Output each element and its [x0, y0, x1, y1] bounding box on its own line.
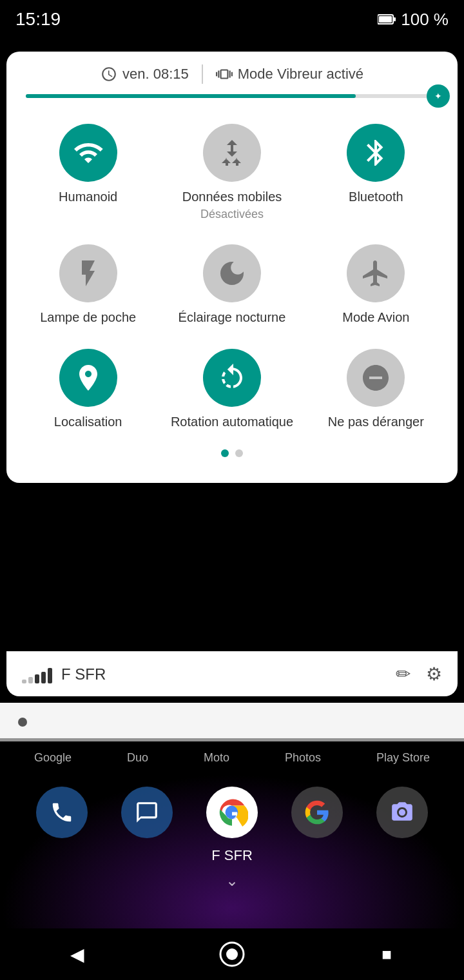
settings-button[interactable]: ⚙: [426, 663, 442, 685]
vibrate-label: Mode Vibreur activé: [238, 66, 363, 83]
home-button[interactable]: [213, 935, 251, 974]
alarm-time: ven. 08:15: [122, 66, 189, 83]
status-right: 100 %: [378, 10, 449, 30]
alarm-info[interactable]: ven. 08:15: [101, 66, 189, 83]
mobile-data-icon-circle: [203, 124, 261, 182]
night-mode-icon-circle: [203, 244, 261, 302]
divider: [202, 64, 203, 84]
app-chrome[interactable]: [206, 787, 258, 838]
tile-mobile-label: Données mobiles: [182, 188, 282, 205]
tile-rotation-label: Rotation automatique: [171, 413, 293, 430]
carrier-right: ✏ ⚙: [396, 663, 442, 685]
tile-rotation[interactable]: Rotation automatique: [163, 338, 300, 436]
vibrate-icon: [216, 66, 233, 83]
sig-bar-4: [41, 672, 46, 683]
tile-mobile-data[interactable]: Données mobiles Désactivées: [163, 113, 300, 228]
sig-bar-1: [22, 680, 26, 683]
home-icon: [219, 941, 245, 967]
home-carrier-label: F SFR: [211, 847, 253, 864]
dock-app-duo: Duo: [127, 751, 148, 765]
airplane-icon: [360, 258, 391, 289]
tiles-grid: Humanoid Données mobiles Désactivées Blu…: [19, 113, 445, 436]
rotation-icon: [217, 362, 247, 393]
tile-wifi-label: Humanoid: [59, 188, 117, 205]
wifi-icon-circle: [59, 124, 117, 182]
dock-app-google: Google: [34, 751, 72, 765]
brightness-track[interactable]: [26, 94, 438, 98]
signal-bars: [22, 665, 52, 683]
google-icon: [304, 799, 330, 825]
quick-settings-panel: ven. 08:15 Mode Vibreur activé Humanoid: [6, 52, 458, 483]
chrome-icon-circle: [206, 787, 258, 838]
dock-app-moto: Moto: [204, 751, 229, 765]
messages-icon-circle: [121, 787, 173, 838]
page-dot-1[interactable]: [221, 449, 229, 457]
camera-icon-circle: [376, 787, 428, 838]
qs-top-bar: ven. 08:15 Mode Vibreur activé: [19, 64, 445, 84]
tile-mobile-sublabel: Désactivées: [200, 208, 264, 221]
mobile-data-icon: [217, 137, 247, 168]
brightness-thumb[interactable]: [427, 84, 450, 108]
status-bar: 15:19 100 %: [0, 0, 464, 39]
recents-icon: ■: [382, 945, 392, 965]
sig-bar-5: [48, 668, 52, 683]
dock-app-playstore: Play Store: [376, 751, 430, 765]
app-google[interactable]: [291, 787, 343, 838]
tile-airplane[interactable]: Mode Avion: [307, 234, 445, 332]
app-icons-row: [0, 774, 464, 845]
edit-button[interactable]: ✏: [396, 663, 411, 685]
tile-night-mode-label: Éclairage nocturne: [179, 309, 286, 326]
page-dots: [19, 449, 445, 457]
dnd-icon-circle: [347, 349, 405, 407]
tile-wifi[interactable]: Humanoid: [19, 113, 157, 228]
app-messages[interactable]: [121, 787, 173, 838]
phone-icon: [50, 800, 74, 825]
app-phone[interactable]: [36, 787, 88, 838]
bluetooth-icon-circle: [347, 124, 405, 182]
airplane-icon-circle: [347, 244, 405, 302]
notif-dot-bar: [0, 703, 464, 741]
night-mode-icon: [217, 258, 247, 289]
flashlight-icon: [73, 258, 104, 289]
app-camera[interactable]: [376, 787, 428, 838]
brightness-row[interactable]: [19, 94, 445, 98]
tile-flashlight-label: Lampe de poche: [40, 309, 136, 326]
tile-dnd[interactable]: Ne pas déranger: [307, 338, 445, 436]
app-drawer-chevron[interactable]: ⌄: [226, 872, 238, 890]
phone-icon-circle: [36, 787, 88, 838]
brightness-fill: [26, 94, 356, 98]
google-icon-circle: [291, 787, 343, 838]
flashlight-icon-circle: [59, 244, 117, 302]
back-icon: ◀: [70, 944, 84, 965]
wifi-icon: [73, 137, 104, 168]
carrier-name: F SFR: [61, 665, 106, 683]
page-dot-2[interactable]: [235, 449, 243, 457]
location-icon-circle: [59, 349, 117, 407]
home-screen: F SFR ⌄: [0, 774, 464, 941]
dock-bar: Google Duo Moto Photos Play Store: [0, 738, 464, 777]
location-icon: [73, 362, 104, 393]
back-button[interactable]: ◀: [58, 935, 97, 974]
tile-airplane-label: Mode Avion: [342, 309, 409, 326]
chrome-icon: [216, 796, 248, 828]
tile-dnd-label: Ne pas déranger: [328, 413, 424, 430]
messages-icon: [135, 800, 159, 825]
tile-location[interactable]: Localisation: [19, 338, 157, 436]
camera-icon: [390, 800, 414, 825]
vibrate-info[interactable]: Mode Vibreur activé: [216, 66, 363, 83]
sig-bar-2: [28, 677, 33, 683]
dnd-icon: [360, 362, 391, 393]
tile-bluetooth[interactable]: Bluetooth: [307, 113, 445, 228]
notification-dot: [18, 718, 27, 727]
alarm-icon: [101, 66, 117, 83]
rotation-icon-circle: [203, 349, 261, 407]
recents-button[interactable]: ■: [367, 935, 406, 974]
battery-percent: 100 %: [401, 10, 449, 30]
battery-icon: [378, 14, 396, 25]
tile-night-mode[interactable]: Éclairage nocturne: [163, 234, 300, 332]
tile-flashlight[interactable]: Lampe de poche: [19, 234, 157, 332]
nav-bar: ◀ ■: [0, 928, 464, 980]
sig-bar-3: [35, 674, 39, 683]
carrier-bar: F SFR ✏ ⚙: [6, 651, 458, 696]
status-time: 15:19: [15, 9, 61, 30]
